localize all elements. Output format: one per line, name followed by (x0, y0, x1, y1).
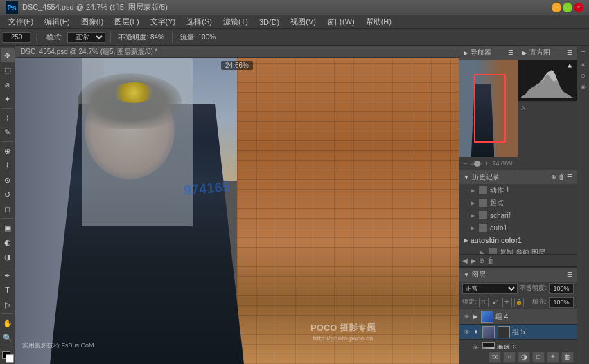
layers-blend-select[interactable]: 正常 (462, 283, 518, 294)
layers-menu-icon[interactable]: ☰ (567, 271, 572, 278)
history-icon2[interactable]: 🗑 (559, 174, 565, 181)
histogram-menu-icon[interactable]: ☰ (567, 49, 572, 56)
history-icon1[interactable]: ⊕ (551, 174, 556, 181)
layer-delete-btn[interactable]: 🗑 (561, 352, 574, 363)
fill-label: 填充: (532, 298, 547, 307)
wand-tool[interactable]: ✦ (1, 92, 15, 106)
history-nav-add[interactable]: ⊕ (479, 257, 484, 264)
history-item[interactable]: ▶ 起点 (459, 197, 577, 209)
minimize-button[interactable]: − (552, 3, 561, 12)
clone-tool[interactable]: ⊙ (1, 173, 15, 187)
hist-item-icon (479, 186, 487, 194)
dodge-tool[interactable]: ◑ (1, 250, 15, 264)
separator2 (172, 32, 173, 43)
history-nav-prev[interactable]: ◀ (462, 257, 468, 264)
navigator-menu-icon[interactable]: ☰ (508, 49, 513, 56)
history-item[interactable]: ▶ scharif (459, 209, 577, 221)
foreground-color[interactable] (1, 349, 15, 363)
menu-item-h[interactable]: 帮助(H) (360, 15, 397, 28)
close-button[interactable]: × (574, 3, 583, 12)
layer-curves6[interactable]: 👁 曲线 6 (459, 340, 577, 349)
menu-item-dd[interactable]: 3D(D) (254, 17, 285, 28)
eyedropper-tool[interactable]: ✎ (1, 125, 15, 139)
shape-tool[interactable]: ▷ (1, 298, 15, 311)
separator1 (110, 32, 111, 43)
menu-item-v[interactable]: 视图(V) (285, 15, 322, 28)
layer-group-4[interactable]: 👁 ▶ 组 4 (459, 309, 577, 325)
brush-tool[interactable]: ⌇ (1, 158, 15, 172)
pen-tool[interactable]: ✒ (1, 269, 15, 282)
history-header[interactable]: ▼ 历史记录 ⊕ 🗑 ☰ (459, 170, 577, 184)
layers-header[interactable]: ▼ 图层 ☰ (459, 268, 577, 282)
menu-item-f[interactable]: 文件(F) (3, 15, 39, 28)
lock-transparent[interactable]: ◻ (479, 298, 489, 307)
maximize-button[interactable]: □ (563, 3, 572, 12)
layer-mask-btn[interactable]: ○ (503, 352, 516, 363)
canvas-area: DSC_4554.psd @ 24.7% (组5, 图层蒙版/8) * (15, 46, 459, 364)
menu-item-t[interactable]: 滤镜(T) (218, 15, 254, 28)
flow-label: 流量: 100% (177, 32, 218, 43)
navigator-collapse-icon: ▶ (464, 50, 468, 56)
menu-item-e[interactable]: 编辑(E) (39, 15, 76, 28)
menu-item-w[interactable]: 窗口(W) (322, 15, 360, 28)
blur-tool[interactable]: ◐ (1, 235, 15, 249)
layer-vis-icon[interactable]: 👁 (461, 312, 471, 322)
move-tool[interactable]: ✥ (1, 48, 15, 62)
history-item[interactable]: ▶ auto1 (459, 221, 577, 234)
hand-tool[interactable]: ✋ (1, 316, 15, 330)
history-item[interactable]: ▶ 复制 当前 图层 (459, 246, 577, 254)
toolbar-sep3 (2, 218, 13, 219)
zoom-in-icon[interactable]: + (485, 160, 489, 167)
menu-item-l[interactable]: 图层(L) (109, 15, 144, 28)
lasso-tool[interactable]: ⌀ (1, 78, 15, 91)
navigator-header[interactable]: ▶ 导航器 ☰ (459, 46, 518, 60)
layers-panel: ▼ 图层 ☰ 正常 不透明度: 锁定: ◻ (459, 267, 577, 364)
menu-bar: 文件(F)编辑(E)图像(I)图层(L)文字(Y)选择(S)滤镜(T)3D(D)… (0, 15, 589, 29)
history-nav-next[interactable]: ▶ (471, 257, 476, 264)
mini-btn3[interactable]: ⊙ (579, 71, 588, 80)
layer-fx-btn[interactable]: fx (489, 352, 501, 363)
gradient-tool[interactable]: ▣ (1, 221, 15, 235)
layer-adjustment-btn[interactable]: ◑ (518, 352, 530, 363)
lock-all[interactable]: 🔒 (514, 298, 524, 307)
opacity-input[interactable] (549, 283, 574, 294)
crop-tool[interactable]: ⊹ (1, 111, 15, 125)
menu-item-i[interactable]: 图像(I) (76, 15, 109, 28)
blend-mode-select[interactable]: 正常 (67, 32, 105, 43)
layer-group-btn[interactable]: □ (532, 352, 545, 363)
opacity-label: 不透明度: (520, 284, 547, 293)
histogram-header[interactable]: ▶ 直方图 ☰ (518, 46, 577, 60)
layer-vis-icon[interactable]: 👁 (471, 343, 480, 349)
fill-input[interactable] (549, 297, 574, 308)
menu-item-s[interactable]: 选择(S) (181, 15, 218, 28)
mini-btn2[interactable]: A (579, 60, 588, 69)
lock-position[interactable]: ✚ (502, 298, 512, 307)
hist-item-label: scharif (490, 212, 510, 219)
history-item[interactable]: ▶ 动作 1 (459, 184, 577, 197)
layer-vis-icon[interactable]: 👁 (461, 327, 471, 337)
zoom-tool[interactable]: 🔍 (1, 331, 15, 345)
history-group[interactable]: ▶ autoskin color1 (459, 234, 577, 246)
history-nav-delete[interactable]: 🗑 (487, 257, 494, 264)
marquee-tool[interactable]: ⬚ (1, 63, 15, 77)
mini-btn4[interactable]: ◉ (579, 82, 588, 91)
eraser-tool[interactable]: ◻ (1, 202, 15, 216)
layer-group-5[interactable]: 👁 ▼ 组 5 (459, 325, 577, 340)
navigator-content (459, 60, 518, 157)
healing-tool[interactable]: ⊕ (1, 144, 15, 158)
nav-zoom-slider[interactable] (470, 163, 482, 165)
svg-marker-0 (521, 70, 574, 98)
lock-image[interactable]: 🖌 (491, 298, 500, 307)
history-brush[interactable]: ↺ (1, 188, 15, 201)
layer-5-name: 组 5 (512, 327, 574, 337)
brush-size-input[interactable] (3, 32, 30, 43)
canvas-tab[interactable]: DSC_4554.psd @ 24.7% (组5, 图层蒙版/8) * (15, 46, 459, 58)
zoom-out-icon[interactable]: − (464, 160, 467, 167)
history-menu[interactable]: ☰ (567, 174, 572, 181)
menu-item-y[interactable]: 文字(Y) (145, 15, 182, 28)
mini-btn1[interactable]: ☰ (579, 48, 588, 58)
canvas-content[interactable]: POCO 摄影专题 http://photo.poco.cn 974165 实用… (15, 58, 459, 364)
histogram-panel: ▶ 直方图 ☰ (518, 46, 577, 170)
text-tool[interactable]: T (1, 283, 15, 297)
layer-new-btn[interactable]: + (547, 352, 559, 363)
